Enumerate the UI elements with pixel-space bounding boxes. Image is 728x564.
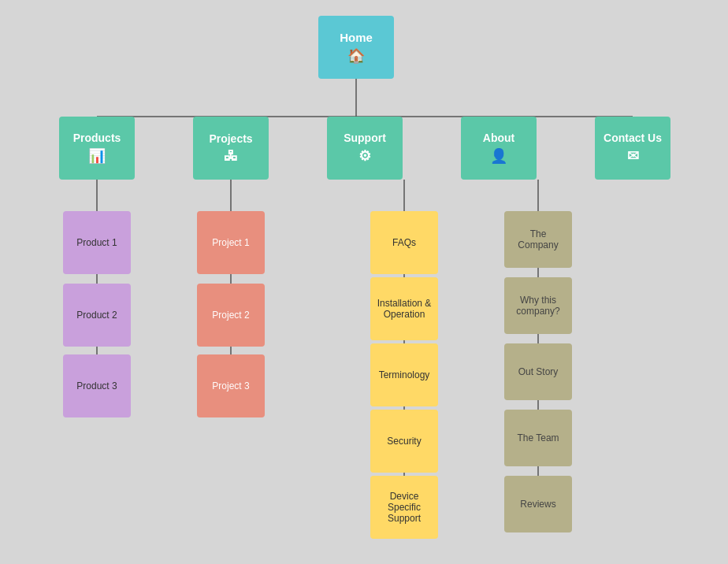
node-why[interactable]: Why this company?	[504, 277, 572, 334]
contact-label: Contact Us	[604, 132, 662, 144]
device-label: Device Specific Support	[375, 491, 433, 524]
home-label: Home	[340, 31, 373, 44]
projects-icon: 🖧	[224, 148, 238, 165]
node-install[interactable]: Installation & Operation	[370, 277, 438, 340]
security-label: Security	[387, 436, 421, 447]
node-terminology[interactable]: Terminology	[370, 343, 438, 406]
reviews-label: Reviews	[520, 499, 555, 510]
why-label: Why this company?	[509, 295, 567, 317]
products-label: Products	[73, 132, 121, 144]
project2-label: Project 2	[212, 310, 249, 321]
node-support[interactable]: Support ⚙	[327, 117, 403, 180]
ourstory-label: Out Story	[518, 366, 559, 377]
chart-container: Home 🏠 Products 📊 Projects 🖧 Support ⚙ A…	[0, 0, 728, 564]
node-project2[interactable]: Project 2	[197, 284, 265, 347]
company-label: The Company	[509, 228, 567, 250]
team-label: The Team	[517, 432, 559, 443]
node-team[interactable]: The Team	[504, 410, 572, 466]
node-project1[interactable]: Project 1	[197, 211, 265, 274]
product1-label: Product 1	[76, 237, 117, 248]
node-about[interactable]: About 👤	[461, 117, 537, 180]
about-label: About	[483, 132, 514, 144]
faqs-label: FAQs	[392, 237, 416, 248]
node-contact[interactable]: Contact Us ✉	[595, 117, 670, 180]
about-icon: 👤	[490, 147, 507, 165]
node-faqs[interactable]: FAQs	[370, 211, 438, 274]
connector-lines	[0, 0, 728, 564]
product3-label: Product 3	[76, 380, 117, 391]
node-product2[interactable]: Product 2	[63, 284, 131, 347]
terminology-label: Terminology	[379, 369, 430, 380]
product2-label: Product 2	[76, 310, 117, 321]
project3-label: Project 3	[212, 380, 249, 391]
node-products[interactable]: Products 📊	[59, 117, 135, 180]
home-icon: 🏠	[347, 47, 365, 65]
node-product3[interactable]: Product 3	[63, 354, 131, 417]
node-project3[interactable]: Project 3	[197, 354, 265, 417]
products-icon: 📊	[88, 147, 106, 165]
node-device[interactable]: Device Specific Support	[370, 476, 438, 539]
node-security[interactable]: Security	[370, 410, 438, 473]
project1-label: Project 1	[212, 237, 249, 248]
node-product1[interactable]: Product 1	[63, 211, 131, 274]
node-reviews[interactable]: Reviews	[504, 476, 572, 532]
node-projects[interactable]: Projects 🖧	[193, 117, 269, 180]
node-company[interactable]: The Company	[504, 211, 572, 268]
contact-icon: ✉	[627, 147, 639, 165]
node-ourstory[interactable]: Out Story	[504, 343, 572, 400]
node-home[interactable]: Home 🏠	[318, 16, 394, 79]
support-icon: ⚙	[358, 147, 371, 165]
projects-label: Projects	[209, 132, 252, 145]
support-label: Support	[344, 132, 386, 144]
install-label: Installation & Operation	[375, 298, 433, 320]
